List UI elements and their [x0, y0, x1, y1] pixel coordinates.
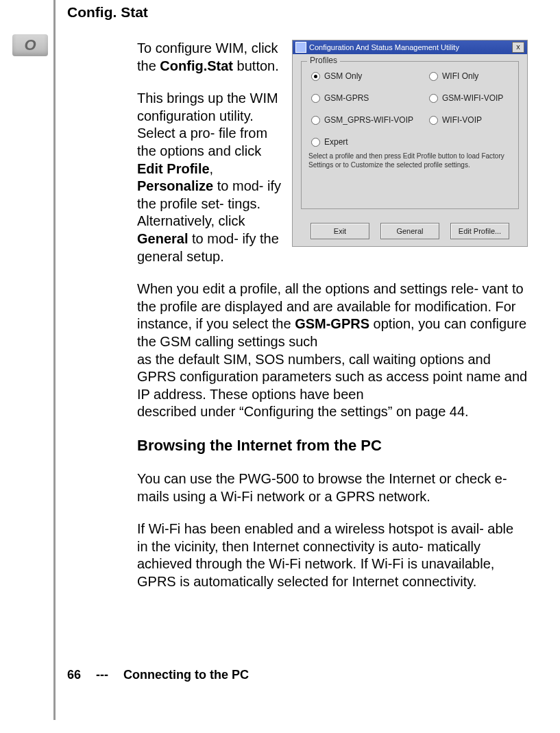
radio-label: GSM_GPRS-WIFI-VOIP [324, 115, 413, 125]
general-button[interactable]: General [380, 223, 439, 239]
radio-label: Expert [324, 137, 348, 147]
profiles-hint: Select a profile and then press Edit Pro… [308, 152, 511, 169]
radio-wifi-only[interactable]: WIFI Only [429, 71, 478, 82]
radio-grid: GSM Only WIFI Only GSM-GPRS GSM-WIFI-VOI… [308, 69, 511, 149]
exit-button[interactable]: Exit [311, 223, 369, 239]
text: button. [233, 58, 279, 73]
page-footer: 66 --- Connecting to the PC [67, 668, 249, 682]
bold: Edit Profile [137, 161, 210, 176]
section-heading: Config. Stat [67, 4, 148, 21]
dialog-title: Configuration And Status Management Util… [309, 43, 509, 52]
footer-separator: --- [96, 668, 108, 682]
radio-gsm-only[interactable]: GSM Only [311, 71, 362, 82]
profiles-groupbox: Profiles GSM Only WIFI Only GSM-GPRS GSM… [301, 61, 519, 209]
config-utility-screenshot: Configuration And Status Management Util… [292, 40, 528, 247]
subheading-browsing: Browsing the Internet from the PC [137, 436, 528, 455]
paragraph-3b: as the default SIM, SOS numbers, call wa… [137, 351, 528, 404]
bold: General [137, 231, 188, 246]
radio-gsm-gprs-wifi-voip[interactable]: GSM_GPRS-WIFI-VOIP [311, 115, 413, 125]
dialog-titlebar: Configuration And Status Management Util… [293, 40, 527, 54]
text: This brings up the WIM configuration uti… [137, 91, 278, 158]
body-column: Configuration And Status Management Util… [137, 40, 528, 606]
paragraph-3a: When you edit a profile, all the options… [137, 280, 528, 350]
edit-profile-button[interactable]: Edit Profile... [450, 223, 509, 239]
radio-gsm-wifi-voip[interactable]: GSM-WIFI-VOIP [429, 93, 503, 104]
text: , [210, 161, 214, 176]
vertical-rule [53, 0, 56, 720]
radio-label: WIFI Only [442, 71, 478, 82]
radio-label: GSM-GPRS [324, 93, 369, 104]
radio-label: WIFI-VOIP [442, 115, 482, 125]
app-icon [295, 42, 306, 53]
radio-gsm-gprs[interactable]: GSM-GPRS [311, 93, 369, 104]
paragraph-4: You can use the PWG-500 to browse the In… [137, 470, 528, 505]
bold: Config.Stat [160, 58, 233, 73]
close-icon[interactable]: x [512, 42, 524, 53]
bold: GSM-GPRS [295, 316, 369, 331]
radio-label: GSM-WIFI-VOIP [442, 93, 503, 104]
page: O Config. Stat Configuration And Status … [0, 0, 560, 733]
paragraph-3c: described under “Configuring the setting… [137, 403, 528, 421]
radio-label: GSM Only [324, 71, 362, 82]
dialog-body: Profiles GSM Only WIFI Only GSM-GPRS GSM… [293, 54, 527, 246]
paragraph-5: If Wi-Fi has been enabled and a wireless… [137, 520, 528, 590]
header-emblem-icon: O [12, 34, 48, 56]
groupbox-label: Profiles [307, 56, 340, 66]
footer-section: Connecting to the PC [123, 668, 249, 682]
dialog-button-row: Exit General Edit Profile... [293, 223, 527, 239]
bold: Personalize [137, 178, 213, 193]
radio-wifi-voip[interactable]: WIFI-VOIP [429, 115, 482, 125]
page-number: 66 [67, 668, 81, 682]
radio-expert[interactable]: Expert [311, 137, 348, 147]
